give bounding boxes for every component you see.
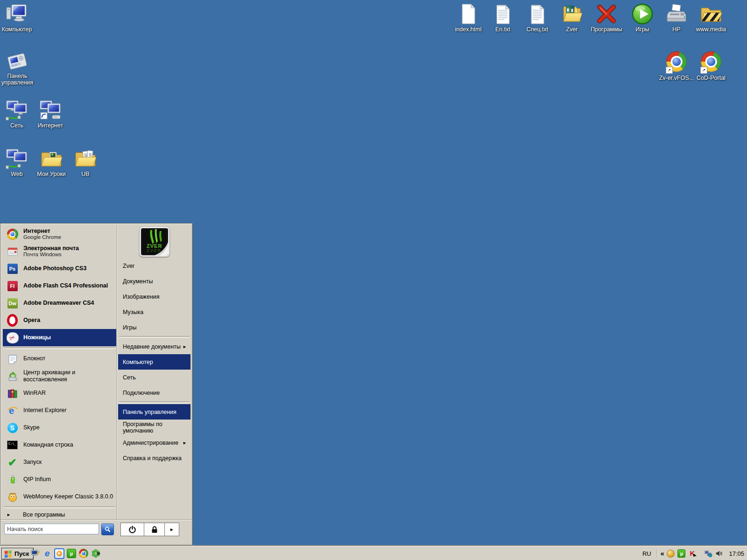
internet-explorer-icon: e <box>6 404 19 417</box>
taskbar: Пуск e µ » <box>0 546 747 560</box>
desktop-icon-label: Компьютер <box>0 26 35 33</box>
folder-photo-icon <box>40 147 63 170</box>
start-right-computer[interactable]: Компьютер <box>118 354 190 370</box>
desktop-icon-label: Zver <box>554 26 590 33</box>
start-right-administration[interactable]: Администрирование ► <box>118 435 190 450</box>
power-button[interactable] <box>120 523 144 536</box>
start-right-default-programs[interactable]: Программы по умолчанию <box>118 420 190 435</box>
desktop-icon-computer[interactable]: Компьютер <box>0 3 35 33</box>
start-recent-webmoney[interactable]: WebMoney Keeper Classic 3.8.0.0 <box>3 488 116 505</box>
start-pinned-snipping-tool[interactable]: ✂ Ножницы <box>3 329 116 346</box>
quick-launch-bar: e µ <box>30 548 101 559</box>
desktop-icon-en-txt[interactable]: En.txt <box>485 3 521 33</box>
chrome-shortcut-icon: ↗ <box>700 51 722 74</box>
start-recent-qip[interactable]: QIP Infium <box>3 471 116 488</box>
scissors-icon: ✂ <box>6 331 19 344</box>
start-pinned-internet-chrome[interactable]: Интернет Google Chrome <box>3 225 116 243</box>
utorrent-icon[interactable]: µ <box>66 548 77 559</box>
checkmark-icon: ✔ <box>6 456 19 469</box>
start-pinned-flash[interactable]: Fl Adobe Flash CS4 Professional <box>3 277 116 294</box>
webmoney-tray-icon[interactable] <box>667 550 675 558</box>
start-right-music[interactable]: Музыка <box>118 304 190 320</box>
desktop-icon-label: Игры <box>625 26 660 33</box>
start-right-control-panel[interactable]: Панель управления <box>118 404 190 420</box>
language-indicator[interactable]: RU <box>642 550 654 557</box>
right-arrow-icon: ► <box>169 527 174 532</box>
volume-icon[interactable] <box>715 550 723 558</box>
desktop-icon-www-media[interactable]: www.media <box>693 3 729 33</box>
notepad-icon <box>6 352 19 365</box>
start-recent-winrar[interactable]: WinRAR <box>3 385 116 402</box>
desktop: Компьютер Панель управления <box>0 0 747 560</box>
control-panel-icon <box>6 49 28 72</box>
start-right-help-support[interactable]: Справка и поддержка <box>118 450 190 466</box>
tray-collapse-chevron[interactable]: « <box>661 550 664 557</box>
start-right-documents[interactable]: Документы <box>118 273 190 289</box>
printer-icon <box>665 3 688 25</box>
divider <box>119 401 190 403</box>
start-recent-internet-explorer[interactable]: e Internet Explorer <box>3 402 116 419</box>
desktop-icon-internet[interactable]: Интернет <box>33 99 68 129</box>
desktop-icon-games[interactable]: Игры <box>625 3 660 33</box>
user-picture[interactable]: ZVER ZVER <box>140 227 169 257</box>
start-search-input[interactable] <box>4 524 99 534</box>
desktop-icon-zver-folder[interactable]: Zver <box>554 3 590 33</box>
desktop-icon-hp[interactable]: HP <box>659 3 694 33</box>
start-recent-command-prompt[interactable]: C:\_ Командная строка <box>3 436 116 454</box>
desktop-icon-cod-portal[interactable]: ↗ CoD-Portal <box>693 50 729 81</box>
kaspersky-tray-icon[interactable]: K <box>688 550 696 558</box>
start-button[interactable]: Пуск <box>1 548 34 560</box>
start-right-pictures[interactable]: Изображения <box>118 289 190 304</box>
desktop-icon-label: En.txt <box>485 26 521 33</box>
right-arrow-icon: ► <box>183 441 187 445</box>
start-pinned-dreamweaver[interactable]: Dw Adobe Dreamweaver CS4 <box>3 294 116 312</box>
start-search-button[interactable] <box>101 524 114 535</box>
desktop-icon-label: Панель управления <box>0 73 35 86</box>
desktop-icon-web[interactable]: Web <box>0 147 35 177</box>
internet-explorer-icon[interactable]: e <box>42 548 52 559</box>
computer-icon <box>6 3 28 25</box>
start-pinned-opera[interactable]: Opera <box>3 312 116 329</box>
desktop-icon-ub[interactable]: S S UB <box>68 147 103 177</box>
start-pinned-photoshop[interactable]: Ps Adobe Photoshop CS3 <box>3 260 116 277</box>
lock-button[interactable] <box>144 523 165 536</box>
desktop-icon-label: Сеть <box>0 122 35 129</box>
network-status-icon[interactable] <box>705 550 712 558</box>
start-right-games[interactable]: Игры <box>118 320 190 335</box>
dreamweaver-icon: Dw <box>6 297 19 309</box>
folder-binders-icon <box>561 3 583 25</box>
green-play-icon <box>631 3 654 25</box>
desktop-icon-index-html[interactable]: index.html <box>451 3 486 33</box>
desktop-icon-label: CoD-Portal <box>693 75 729 81</box>
start-recent-notepad[interactable]: Блокнот <box>3 350 116 367</box>
desktop-icon-programs[interactable]: Программы <box>589 3 624 33</box>
shutdown-options-button[interactable]: ► <box>164 523 179 536</box>
desktop-icon-spec-txt[interactable]: Спец.txt <box>520 3 555 33</box>
start-right-network[interactable]: Сеть <box>118 370 190 385</box>
start-recent-backup-center[interactable]: Центр архивации и восстановления <box>3 367 116 385</box>
quick-launch-overflow-chevron[interactable]: » <box>97 549 100 557</box>
start-right-connect[interactable]: Подключение <box>118 385 190 400</box>
start-pinned-email[interactable]: Электронная почта Почта Windows <box>3 243 116 260</box>
start-recent-skype[interactable]: S Skype <box>3 419 116 436</box>
start-recent-run[interactable]: ✔ Запуск <box>3 454 116 471</box>
divider <box>117 225 118 519</box>
start-menu-bottom-bar: ► <box>0 519 192 546</box>
tray-clock[interactable]: 17:05 <box>729 550 744 557</box>
desktop-icon-my-lessons[interactable]: Мои Уроки <box>34 147 69 177</box>
folder-striped-icon <box>700 3 722 25</box>
utorrent-tray-icon[interactable]: µ <box>677 550 685 558</box>
photoshop-icon: Ps <box>6 262 19 275</box>
text-file-icon <box>492 3 514 25</box>
desktop-icon-network[interactable]: Сеть <box>0 99 35 129</box>
show-desktop-icon[interactable] <box>30 548 40 559</box>
start-right-recent-documents[interactable]: Недавние документы ► <box>118 339 190 354</box>
desktop-icon-zver-vfos[interactable]: ↗ Zv-er.vFOS... <box>659 50 694 81</box>
shortcut-arrow-icon: ↗ <box>700 67 707 74</box>
start-right-zver[interactable]: Zver <box>118 258 190 273</box>
media-player-icon[interactable] <box>54 548 64 559</box>
start-all-programs[interactable]: ► Все программы <box>3 509 116 520</box>
chrome-icon[interactable] <box>78 548 89 559</box>
right-arrow-icon: ► <box>183 344 187 349</box>
desktop-icon-control-panel[interactable]: Панель управления <box>0 49 35 86</box>
